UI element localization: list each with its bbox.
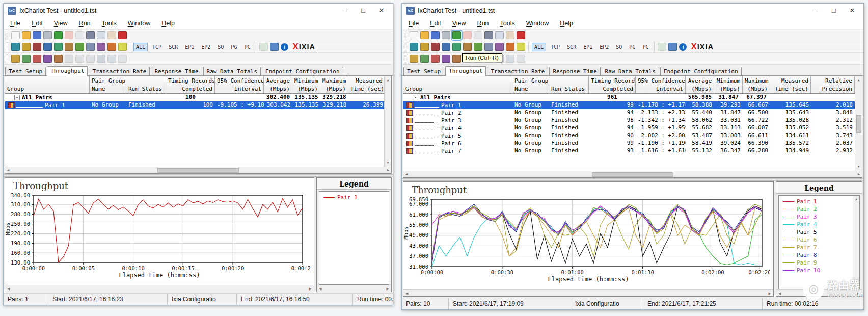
tab[interactable]: Test Setup [5,67,46,75]
pair-row[interactable]: Pair 3 No Group Finished 98 -1.342 : +1.… [403,117,862,124]
tab[interactable]: Transaction Rate [89,67,150,75]
unlink-icon[interactable] [506,55,514,63]
paste-icon[interactable] [506,31,514,39]
info-icon[interactable]: i [281,43,288,51]
pair-row[interactable]: Pair 6 No Group Finished 99 -1.190 : +1.… [403,140,862,147]
maximize-button[interactable]: □ [354,5,372,17]
tab[interactable]: Response Time [549,67,600,75]
tab[interactable]: Transaction Rate [487,67,548,75]
maximize-button[interactable]: □ [825,5,843,17]
column-header[interactable]: Group [5,76,90,93]
tab[interactable]: Endpoint Configuration [262,67,343,75]
filter-button[interactable]: SQ [613,43,625,51]
legend-horizontal-scrollbar[interactable]: ◀ ▶ [317,285,391,292]
menu-item[interactable]: File [404,19,423,28]
info-icon[interactable]: i [679,43,687,51]
column-header[interactable]: Pair Group Name [512,76,549,93]
filter-button[interactable]: SCR [564,43,579,51]
titlebar[interactable]: IxC IxChariot Test - untitled1.tst – □ ✕ [402,4,863,18]
endpoint-browser-icon[interactable] [668,43,677,51]
column-header[interactable]: Measured Time (sec) [770,76,811,93]
menu-item[interactable]: Window [522,19,553,28]
table-horizontal-scrollbar[interactable]: ◀ ▶ [403,171,862,177]
scroll-right-icon[interactable]: ▶ [768,291,772,296]
collapse-icon[interactable]: - [413,95,418,100]
legend-vertical-scrollbar[interactable]: ▲ ▼ [853,196,859,289]
menu-item[interactable]: Run [74,19,95,28]
move-up-icon[interactable] [65,55,73,63]
legend-entry[interactable]: Pair 9 [781,259,851,267]
video-pair-icon[interactable] [54,43,63,51]
filter-button[interactable]: ALL [133,43,148,51]
flag-icon[interactable] [54,55,63,63]
scrollbar-thumb[interactable] [592,172,673,177]
cut-icon[interactable] [484,31,493,39]
scroll-left-icon[interactable]: ◀ [6,168,10,173]
dial-pair-icon[interactable] [22,43,31,51]
legend-entry[interactable]: Pair 4 [781,221,851,228]
hardware-pair-icon[interactable] [431,43,440,51]
tab[interactable]: Endpoint Configuration [660,67,742,75]
menu-item[interactable]: Tools [496,19,520,28]
legend-entry[interactable]: Pair 1 [321,194,381,201]
titlebar[interactable]: IxC IxChariot Test - untitled1.tst – □ ✕ [4,4,393,18]
column-header[interactable]: Group [403,76,512,93]
scroll-left-icon[interactable]: ◀ [318,286,322,292]
column-header[interactable]: Maximum (Mbps) [320,76,348,93]
print-icon[interactable] [442,31,450,39]
column-header[interactable]: Pair Group Name [90,76,126,93]
filter-button[interactable]: EP2 [199,43,213,51]
lock-icon[interactable] [118,55,127,63]
video-pair-icon[interactable] [452,43,461,51]
open-icon[interactable] [420,31,429,39]
menu-item[interactable]: Run [473,19,494,28]
tab[interactable]: Throughput [445,66,486,76]
close-button[interactable]: ✕ [372,5,391,17]
dial-pair-icon[interactable] [420,43,429,51]
unlink-icon[interactable] [107,55,116,63]
all-pairs-row[interactable]: - All Pairs 961 565.985 31.847 67.397 [403,94,862,101]
save-icon[interactable] [33,31,41,39]
scroll-right-icon[interactable]: ▶ [386,168,390,173]
tab[interactable]: Response Time [151,67,202,75]
filter-button[interactable]: PG [228,43,239,51]
endpoint-browser-icon[interactable] [270,43,279,51]
annotate-icon[interactable] [484,43,493,51]
menu-item[interactable]: Tools [97,19,121,28]
merge-icon[interactable] [43,55,52,63]
flag-icon[interactable] [452,55,461,63]
menu-item[interactable]: View [49,19,72,28]
paste-icon[interactable] [107,31,116,39]
multicast-group-icon[interactable] [442,43,450,51]
scroll-left-icon[interactable]: ◀ [404,291,409,296]
legend-entry[interactable]: Pair 8 [781,251,851,259]
menu-item[interactable]: Edit [425,19,446,28]
chart-horizontal-scrollbar[interactable]: ◀ ▶ [5,285,314,292]
menu-item[interactable]: Help [157,19,179,28]
new-icon[interactable] [410,31,418,39]
group-icon[interactable] [11,55,20,63]
abort-group-icon[interactable] [33,55,41,63]
copy-icon[interactable] [97,31,105,39]
filter-button[interactable]: TCP [150,43,164,51]
scroll-right-icon[interactable]: ▶ [857,172,861,177]
legend-entry[interactable]: Pair 3 [781,213,851,221]
close-button[interactable]: ✕ [843,5,861,17]
scroll-down-icon[interactable]: ▼ [856,164,860,170]
tab[interactable]: Raw Data Totals [203,67,261,75]
edit-pair-icon[interactable] [474,43,482,51]
scroll-up-icon[interactable]: ▲ [386,77,390,83]
column-header[interactable]: Timing Records Completed [589,76,636,93]
splitter[interactable] [402,178,863,181]
scrollbar-thumb[interactable] [856,115,861,133]
traffic-profile-icon[interactable] [506,43,514,51]
scroll-left-icon[interactable]: ◀ [6,286,11,292]
refresh-icon[interactable] [474,31,482,39]
scroll-right-icon[interactable]: ▶ [386,286,390,292]
traffic-profile-icon[interactable] [107,43,116,51]
wand-icon[interactable] [22,55,31,63]
column-header[interactable]: 95% Confidence Interval [636,76,686,93]
copy-icon[interactable] [495,31,504,39]
scroll-up-icon[interactable]: ▲ [856,77,860,83]
scroll-right-icon[interactable]: ▶ [308,286,313,292]
